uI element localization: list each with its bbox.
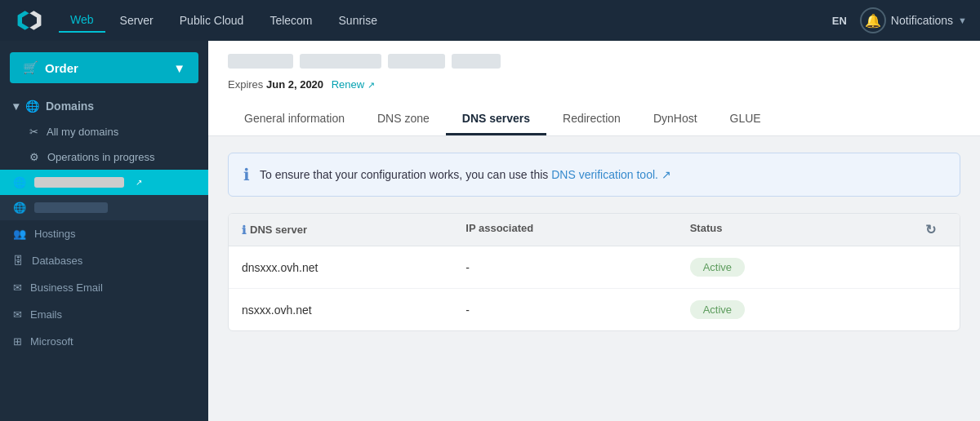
sidebar-item-emails[interactable]: ✉ Emails bbox=[0, 301, 208, 328]
header-status: Status bbox=[690, 222, 914, 237]
info-icon: ℹ bbox=[243, 165, 250, 184]
renew-label: Renew bbox=[332, 78, 364, 91]
external-link-icon: ↗ bbox=[368, 80, 375, 90]
sidebar-item-domain-2[interactable]: 🌐 bbox=[0, 195, 208, 220]
envelope-icon: ✉ bbox=[13, 281, 22, 294]
gear-icon: ⚙ bbox=[29, 151, 39, 163]
content-area: ℹ To ensure that your configuration work… bbox=[208, 136, 980, 348]
info-text: To ensure that your configuration works,… bbox=[260, 168, 671, 181]
nav-telecom[interactable]: Telecom bbox=[258, 9, 323, 32]
external-link-icon: ↗ bbox=[136, 178, 142, 187]
nav-sunrise[interactable]: Sunrise bbox=[327, 9, 389, 32]
domain-1-label bbox=[34, 177, 124, 188]
globe-icon: 🌐 bbox=[13, 176, 26, 188]
sidebar-item-microsoft[interactable]: ⊞ Microsoft bbox=[0, 328, 208, 355]
domains-label: Domains bbox=[46, 100, 94, 113]
table-header: ℹ DNS server IP associated Status ↻ bbox=[229, 214, 960, 246]
operations-label: Operations in progress bbox=[47, 151, 155, 163]
table-row: nsxxx.ovh.net - Active bbox=[229, 289, 960, 330]
all-domains-label: All my domains bbox=[47, 126, 118, 138]
database-icon: 🗄 bbox=[13, 255, 24, 267]
ip-2: - bbox=[466, 304, 689, 317]
status-2: Active bbox=[690, 300, 914, 319]
blurred-part-3 bbox=[388, 54, 445, 69]
dns-server-1: dnsxxx.ovh.net bbox=[242, 261, 466, 274]
nav-web[interactable]: Web bbox=[59, 8, 105, 33]
tab-dns-zone[interactable]: DNS zone bbox=[361, 104, 446, 135]
envelope-icon: ✉ bbox=[13, 308, 22, 321]
microsoft-label: Microsoft bbox=[30, 335, 74, 348]
tab-redirection[interactable]: Redirection bbox=[546, 104, 637, 135]
notifications-label: Notifications bbox=[891, 14, 953, 27]
emails-label: Emails bbox=[30, 308, 62, 321]
sidebar-item-business-email[interactable]: ✉ Business Email bbox=[0, 274, 208, 301]
domain-name-blurred bbox=[228, 54, 960, 69]
tab-glue[interactable]: GLUE bbox=[714, 104, 777, 135]
tab-general-information[interactable]: General information bbox=[228, 104, 361, 135]
info-banner: ℹ To ensure that your configuration work… bbox=[228, 153, 960, 197]
sidebar: 🛒 Order ▼ ▾ 🌐 Domains ✂ All my domains ⚙… bbox=[0, 41, 208, 421]
domain-header: Expires Jun 2, 2020 Renew ↗ General info… bbox=[208, 41, 980, 136]
sidebar-item-domain-1[interactable]: 🌐 ↗ bbox=[0, 170, 208, 195]
info-icon-small: ℹ bbox=[242, 224, 246, 237]
chevron-down-icon: ▼ bbox=[173, 61, 185, 75]
table-row: dnsxxx.ovh.net - Active bbox=[229, 246, 960, 289]
dns-server-2: nsxxx.ovh.net bbox=[242, 304, 466, 317]
chevron-icon: ▾ bbox=[13, 100, 19, 113]
external-link-icon: ↗ bbox=[662, 168, 671, 181]
main-content: Expires Jun 2, 2020 Renew ↗ General info… bbox=[208, 41, 980, 421]
logo[interactable] bbox=[13, 7, 46, 33]
databases-label: Databases bbox=[32, 255, 82, 267]
status-badge-active-1: Active bbox=[690, 258, 745, 277]
status-1: Active bbox=[690, 258, 914, 277]
renew-link[interactable]: Renew ↗ bbox=[332, 78, 375, 91]
language-selector[interactable]: EN bbox=[832, 15, 847, 27]
nav-public-cloud[interactable]: Public Cloud bbox=[168, 9, 256, 32]
hostings-label: Hostings bbox=[34, 228, 76, 240]
sidebar-item-hostings[interactable]: 👥 Hostings bbox=[0, 220, 208, 247]
header-dns-server: ℹ DNS server bbox=[242, 222, 466, 237]
cart-icon: 🛒 bbox=[23, 60, 38, 75]
globe-icon: 🌐 bbox=[13, 202, 26, 214]
order-label: Order bbox=[45, 61, 78, 75]
notifications-button[interactable]: 🔔 Notifications ▼ bbox=[860, 7, 967, 33]
sidebar-section-domains[interactable]: ▾ 🌐 Domains bbox=[0, 91, 208, 119]
sidebar-item-operations[interactable]: ⚙ Operations in progress bbox=[0, 144, 208, 170]
topnav-right: EN 🔔 Notifications ▼ bbox=[832, 7, 967, 33]
layout: 🛒 Order ▼ ▾ 🌐 Domains ✂ All my domains ⚙… bbox=[0, 41, 980, 421]
blurred-part-1 bbox=[228, 54, 293, 69]
scissors-icon: ✂ bbox=[29, 126, 38, 138]
status-badge-active-2: Active bbox=[690, 300, 745, 319]
tab-dynhost[interactable]: DynHost bbox=[637, 104, 714, 135]
ip-1: - bbox=[466, 261, 689, 274]
blurred-part-4 bbox=[452, 54, 501, 69]
expiry-prefix: Expires bbox=[228, 78, 263, 91]
tab-dns-servers[interactable]: DNS servers bbox=[446, 104, 546, 135]
windows-icon: ⊞ bbox=[13, 335, 22, 348]
refresh-button[interactable]: ↻ bbox=[914, 222, 947, 237]
header-ip: IP associated bbox=[466, 222, 689, 237]
sidebar-item-all-domains[interactable]: ✂ All my domains bbox=[0, 119, 208, 144]
blurred-part-2 bbox=[300, 54, 381, 69]
tabs: General information DNS zone DNS servers… bbox=[228, 104, 960, 135]
bell-icon: 🔔 bbox=[860, 7, 886, 33]
domain-expiry: Expires Jun 2, 2020 Renew ↗ bbox=[228, 78, 960, 91]
domain-2-label bbox=[34, 202, 108, 213]
business-email-label: Business Email bbox=[30, 281, 103, 294]
nav-server[interactable]: Server bbox=[109, 9, 165, 32]
nav-links: Web Server Public Cloud Telecom Sunrise bbox=[59, 8, 832, 33]
chevron-down-icon: ▼ bbox=[958, 16, 967, 25]
globe-icon: 🌐 bbox=[25, 100, 39, 113]
order-button[interactable]: 🛒 Order ▼ bbox=[10, 52, 198, 83]
topnav: Web Server Public Cloud Telecom Sunrise … bbox=[0, 0, 980, 41]
sidebar-item-databases[interactable]: 🗄 Databases bbox=[0, 247, 208, 274]
dns-table: ℹ DNS server IP associated Status ↻ dnsx… bbox=[228, 213, 960, 331]
group-icon: 👥 bbox=[13, 228, 26, 240]
dns-verification-link[interactable]: DNS verification tool. ↗ bbox=[551, 168, 671, 181]
expiry-date: Jun 2, 2020 bbox=[266, 78, 323, 91]
